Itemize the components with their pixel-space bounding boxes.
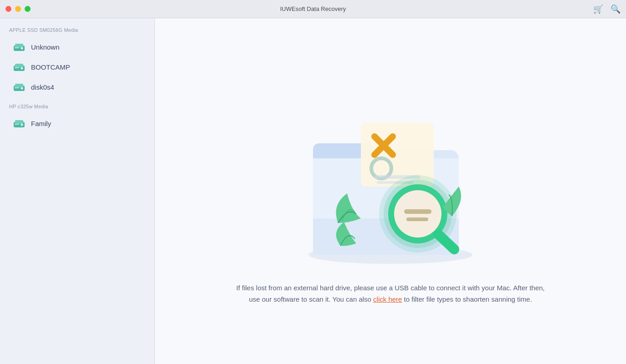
sidebar-group-label-hp: HP c325w Media xyxy=(0,104,154,113)
svg-rect-15 xyxy=(15,124,19,125)
sidebar-item-label-unknown: Unknown xyxy=(31,43,60,51)
svg-rect-1 xyxy=(15,44,23,47)
svg-rect-3 xyxy=(15,47,19,48)
sidebar-item-bootcamp[interactable]: BOOTCAMP xyxy=(4,57,151,76)
svg-rect-9 xyxy=(15,84,23,87)
illustration-container xyxy=(277,77,504,268)
click-here-link[interactable]: click here xyxy=(373,295,402,303)
close-button[interactable] xyxy=(5,6,11,12)
sidebar-item-family[interactable]: Family xyxy=(4,114,151,133)
sidebar-group-label-apple: APPLE SSD SM0256G Media xyxy=(0,27,154,36)
svg-rect-13 xyxy=(15,120,23,124)
traffic-lights xyxy=(5,6,31,12)
main-layout: APPLE SSD SM0256G Media Unknown BOOTCAMP xyxy=(0,18,626,364)
svg-point-10 xyxy=(21,87,23,90)
content-area: If files lost from an external hard driv… xyxy=(155,18,626,364)
titlebar-actions: 🛒 🔍 xyxy=(593,4,621,14)
info-text-after-link: to filter file types to shaorten sanning… xyxy=(402,295,532,303)
sidebar-item-disk0s4[interactable]: disk0s4 xyxy=(4,77,151,96)
svg-rect-30 xyxy=(404,209,431,214)
maximize-button[interactable] xyxy=(25,6,31,12)
drive-icon xyxy=(13,42,26,52)
drive-icon-family xyxy=(13,118,26,128)
svg-rect-7 xyxy=(15,67,19,68)
svg-rect-5 xyxy=(15,64,23,67)
svg-point-6 xyxy=(21,67,23,70)
app-title: IUWEsoft Data Recovery xyxy=(280,5,346,12)
search-icon[interactable]: 🔍 xyxy=(611,4,621,14)
sidebar-item-label-family: Family xyxy=(31,120,51,127)
svg-point-2 xyxy=(21,47,23,50)
minimize-button[interactable] xyxy=(15,6,21,12)
sidebar-item-label-bootcamp: BOOTCAMP xyxy=(31,63,70,71)
titlebar: IUWEsoft Data Recovery 🛒 🔍 xyxy=(0,0,626,18)
svg-rect-11 xyxy=(15,87,19,88)
svg-rect-31 xyxy=(406,217,428,221)
info-text: If files lost from an external hard driv… xyxy=(231,282,550,305)
drive-icon-bootcamp xyxy=(13,62,26,72)
sidebar-item-unknown[interactable]: Unknown xyxy=(4,37,151,56)
svg-point-14 xyxy=(21,124,23,126)
drive-icon-disk0s4 xyxy=(13,82,26,92)
sidebar: APPLE SSD SM0256G Media Unknown BOOTCAMP xyxy=(0,18,155,364)
main-illustration xyxy=(277,77,504,268)
cart-icon[interactable]: 🛒 xyxy=(593,4,603,14)
sidebar-item-label-disk0s4: disk0s4 xyxy=(31,83,54,91)
